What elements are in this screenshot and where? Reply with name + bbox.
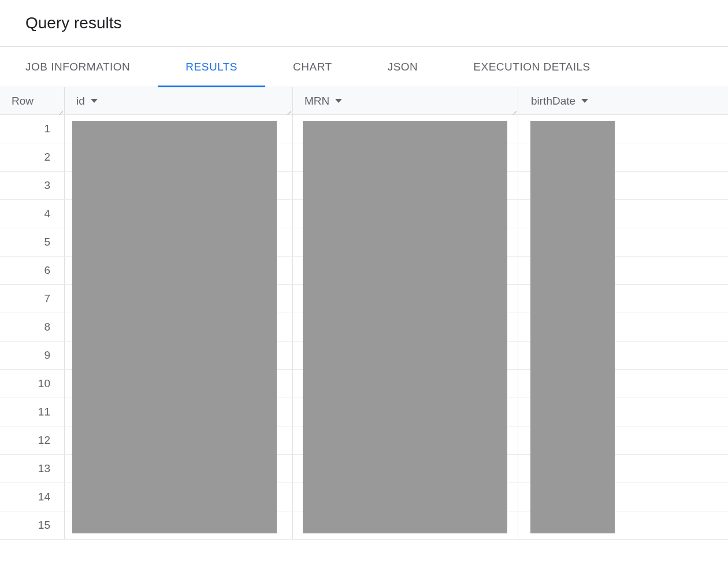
table-header-row: Row id MRN birthDate — [0, 87, 728, 115]
row-number-cell: 14 — [0, 483, 65, 511]
column-header-id[interactable]: id — [65, 87, 293, 114]
row-number-cell: 8 — [0, 313, 65, 341]
row-number-cell: 12 — [0, 426, 65, 454]
page-title: Query results — [25, 14, 728, 32]
chevron-down-icon[interactable] — [581, 99, 588, 103]
row-number-cell: 3 — [0, 172, 65, 199]
row-number-cell: 4 — [0, 200, 65, 228]
row-number-cell: 11 — [0, 398, 65, 426]
column-header-mrn[interactable]: MRN — [293, 87, 518, 114]
tab-json[interactable]: JSON — [360, 47, 446, 87]
query-results-header: Query results — [0, 0, 728, 47]
resize-handle-icon[interactable] — [284, 106, 291, 113]
resize-handle-icon[interactable] — [56, 106, 63, 113]
tab-job-information[interactable]: JOB INFORMATION — [25, 47, 158, 87]
resize-handle-icon[interactable] — [510, 106, 517, 113]
redacted-mrn-block — [303, 121, 507, 533]
redacted-birthdate-block — [530, 121, 615, 533]
row-number-cell: 13 — [0, 455, 65, 483]
results-tabs: JOB INFORMATION RESULTS CHART JSON EXECU… — [0, 47, 728, 87]
row-number-cell: 6 — [0, 257, 65, 284]
column-header-row[interactable]: Row — [0, 87, 65, 114]
row-number-cell: 15 — [0, 511, 65, 539]
column-header-birthdate[interactable]: birthDate — [518, 87, 728, 114]
row-number-cell: 1 — [0, 115, 65, 143]
column-header-mrn-label: MRN — [304, 95, 329, 107]
column-header-birthdate-label: birthDate — [531, 95, 575, 107]
tab-execution-details[interactable]: EXECUTION DETAILS — [445, 47, 618, 87]
tab-chart[interactable]: CHART — [265, 47, 360, 87]
row-number-cell: 2 — [0, 143, 65, 171]
chevron-down-icon[interactable] — [335, 99, 342, 103]
row-number-cell: 9 — [0, 342, 65, 369]
chevron-down-icon[interactable] — [91, 99, 98, 103]
row-number-cell: 7 — [0, 285, 65, 313]
column-header-row-label: Row — [12, 95, 34, 107]
row-number-cell: 10 — [0, 370, 65, 398]
redacted-id-block — [72, 121, 277, 533]
column-header-id-label: id — [76, 95, 85, 107]
row-number-cell: 5 — [0, 228, 65, 256]
tab-results[interactable]: RESULTS — [158, 47, 265, 87]
table-body: 1 2 3 4 5 6 7 8 — [0, 115, 728, 540]
